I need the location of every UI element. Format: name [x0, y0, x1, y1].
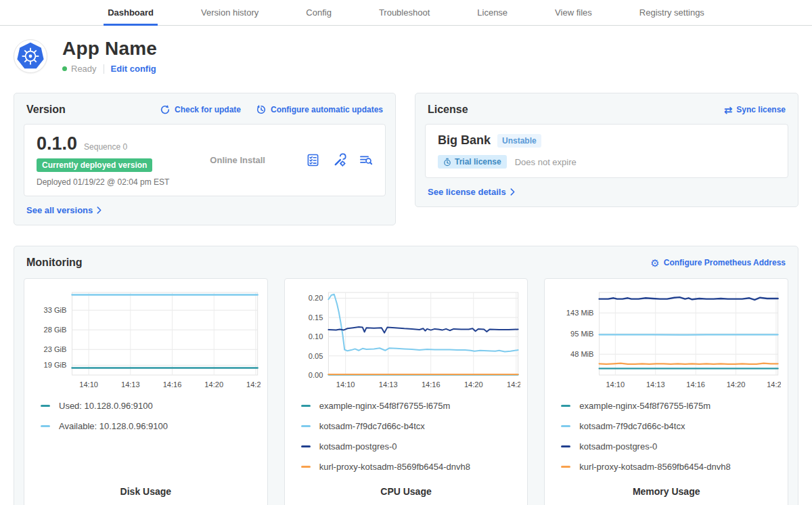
legend-label: example-nginx-54f8f76755-l675m [319, 401, 451, 411]
legend-item: kotsadm-7f9dc7d66c-b4tcx [561, 421, 781, 431]
svg-text:14:10: 14:10 [336, 380, 355, 389]
svg-text:14:20: 14:20 [727, 380, 746, 389]
legend-dash-icon [301, 425, 311, 427]
svg-text:143 MiB: 143 MiB [566, 309, 594, 317]
configure-prometheus-label: Configure Prometheus Address [664, 258, 786, 267]
svg-text:14:20: 14:20 [464, 380, 483, 389]
svg-text:14:20: 14:20 [204, 380, 223, 389]
line-chart-disk-usage: 33 GiB28 GiB23 GiB19 GiB14:1014:1314:161… [31, 287, 261, 395]
legend-label: kotsadm-postgres-0 [319, 441, 397, 452]
svg-text:48 MiB: 48 MiB [570, 350, 593, 358]
license-customer-name: Big Bank [438, 133, 491, 148]
legend-item: kotsadm-postgres-0 [301, 441, 521, 452]
svg-text:14:10: 14:10 [606, 380, 625, 389]
chart-title: Disk Usage [31, 486, 261, 502]
svg-text:0.15: 0.15 [308, 313, 323, 322]
tab-troubleshoot[interactable]: Troubleshoot [375, 0, 434, 26]
legend-item: kotsadm-7f9dc7d66c-b4tcx [301, 421, 521, 431]
config-wrench-icon[interactable] [332, 153, 346, 167]
svg-text:14:10: 14:10 [79, 380, 98, 389]
legend-label: kotsadm-postgres-0 [579, 441, 657, 452]
svg-text:14:13: 14:13 [646, 380, 665, 389]
charts-row: 33 GiB28 GiB23 GiB19 GiB14:1014:1314:161… [24, 278, 788, 505]
configure-auto-updates-link[interactable]: Configure automatic updates [256, 104, 383, 115]
svg-text:14:23: 14:23 [767, 380, 781, 389]
svg-text:14:16: 14:16 [687, 380, 706, 389]
configure-auto-updates-label: Configure automatic updates [271, 105, 383, 114]
top-nav: DashboardVersion historyConfigTroublesho… [0, 0, 812, 26]
refresh-icon [160, 104, 171, 115]
status-text: Ready [71, 64, 97, 74]
status-dot [62, 66, 67, 71]
see-all-versions-label: See all versions [26, 205, 93, 215]
legend-label: kurl-proxy-kotsadm-8569fb6454-dnvh8 [319, 462, 470, 472]
sync-license-link[interactable]: ⇄ Sync license [724, 105, 786, 115]
sync-arrows-icon: ⇄ [724, 105, 733, 115]
tab-dashboard[interactable]: Dashboard [104, 0, 158, 26]
see-all-versions-link[interactable]: See all versions [26, 205, 102, 215]
chart-panel-cpu-usage: 0.200.150.100.050.0014:1014:1314:1614:20… [284, 278, 528, 505]
monitoring-title: Monitoring [26, 257, 83, 269]
legend-label: kotsadm-7f9dc7d66c-b4tcx [579, 421, 685, 431]
legend-dash-icon [41, 425, 50, 427]
legend-dash-icon [561, 466, 570, 468]
legend-item: example-nginx-54f8f76755-l675m [301, 401, 521, 411]
chart-panel-disk-usage: 33 GiB28 GiB23 GiB19 GiB14:1014:1314:161… [24, 278, 268, 505]
legend-item: Used: 10.128.0.96:9100 [41, 401, 261, 411]
chart-legend: example-nginx-54f8f76755-l675mkotsadm-7f… [551, 401, 781, 482]
version-card-title: Version [26, 104, 66, 116]
app-icon [14, 39, 47, 73]
chart-legend: Used: 10.128.0.96:9100Available: 10.128.… [31, 401, 261, 441]
tab-config[interactable]: Config [302, 0, 336, 26]
tab-registry-settings[interactable]: Registry settings [635, 0, 708, 26]
legend-item: example-nginx-54f8f76755-l675m [561, 401, 781, 411]
legend-dash-icon [301, 466, 311, 468]
legend-label: Available: 10.128.0.96:9100 [59, 421, 168, 431]
tab-version-history[interactable]: Version history [197, 0, 263, 26]
license-card: License ⇄ Sync license Big Bank Unstable [415, 93, 798, 207]
kubernetes-logo-icon [16, 41, 45, 71]
trial-license-badge: Trial license [438, 155, 507, 169]
divider [104, 64, 104, 74]
svg-text:0.10: 0.10 [308, 332, 323, 341]
app-header: App Name Ready Edit config [14, 38, 798, 74]
sequence-label: Sequence 0 [84, 142, 127, 152]
svg-text:14:23: 14:23 [507, 380, 521, 389]
channel-badge: Unstable [497, 134, 541, 148]
configure-prometheus-link[interactable]: ⚙ Configure Prometheus Address [650, 258, 786, 268]
preflight-checklist-icon[interactable] [306, 153, 320, 167]
schedule-update-icon [256, 104, 267, 115]
gear-icon: ⚙ [650, 258, 659, 268]
page-title: App Name [62, 38, 157, 60]
tab-license[interactable]: License [473, 0, 512, 26]
nav-tabs: DashboardVersion historyConfigTroublesho… [104, 0, 708, 25]
chevron-right-icon [97, 206, 102, 214]
svg-text:14:13: 14:13 [379, 380, 398, 389]
svg-text:28 GiB: 28 GiB [44, 326, 67, 334]
svg-text:0.20: 0.20 [308, 294, 323, 303]
legend-label: kurl-proxy-kotsadm-8569fb6454-dnvh8 [579, 462, 730, 472]
svg-text:0.05: 0.05 [308, 352, 323, 360]
line-chart-cpu-usage: 0.200.150.100.050.0014:1014:1314:1614:20… [292, 287, 521, 395]
legend-dash-icon [561, 445, 570, 447]
chart-panel-memory-usage: 143 MiB95 MiB48 MiB14:1014:1314:1614:201… [544, 278, 788, 505]
version-card: Version Check for update [14, 93, 396, 225]
monitoring-card: Monitoring ⚙ Configure Prometheus Addres… [14, 246, 798, 505]
license-card-title: License [428, 104, 468, 116]
svg-text:14:13: 14:13 [121, 380, 140, 389]
legend-label: example-nginx-54f8f76755-l675m [579, 401, 710, 411]
deployed-badge: Currently deployed version [37, 158, 152, 172]
dashboard-page: App Name Ready Edit config Version [0, 26, 812, 505]
svg-text:0.00: 0.00 [308, 371, 323, 379]
legend-item: Available: 10.128.0.96:9100 [41, 421, 261, 431]
tab-view-files[interactable]: View files [551, 0, 596, 26]
legend-dash-icon [301, 445, 311, 447]
edit-config-link[interactable]: Edit config [111, 64, 156, 74]
trial-license-label: Trial license [455, 157, 501, 167]
svg-text:14:23: 14:23 [246, 380, 261, 389]
deploy-logs-icon[interactable] [359, 153, 373, 167]
line-chart-memory-usage: 143 MiB95 MiB48 MiB14:1014:1314:1614:201… [551, 287, 781, 395]
see-license-details-link[interactable]: See license details [428, 187, 515, 197]
legend-dash-icon [561, 405, 570, 407]
check-for-update-link[interactable]: Check for update [160, 104, 241, 115]
